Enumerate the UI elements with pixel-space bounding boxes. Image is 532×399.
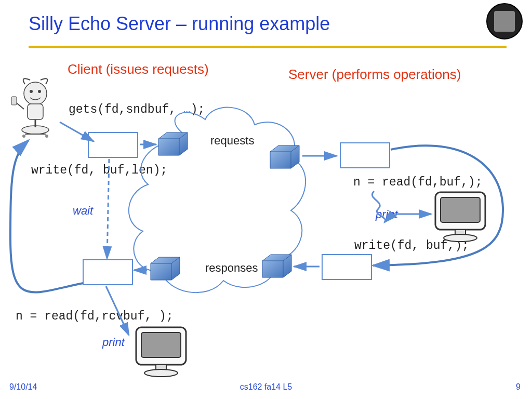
client-character-icon — [9, 78, 61, 140]
svg-rect-3 — [28, 104, 43, 119]
svg-rect-11 — [88, 132, 138, 157]
diagram-svg — [0, 0, 532, 399]
wait-label: wait — [73, 204, 93, 218]
svg-rect-5 — [11, 97, 17, 105]
code-gets: gets(fd,sndbuf, …); — [69, 103, 205, 116]
requests-label: requests — [210, 134, 254, 148]
svg-rect-20 — [141, 332, 181, 357]
code-write-server: write(fd, buf,); — [354, 239, 469, 252]
cube-icon — [270, 145, 299, 168]
svg-point-2 — [38, 90, 41, 93]
svg-point-0 — [24, 82, 47, 105]
responses-label: responses — [205, 261, 258, 275]
footer-date: 9/10/14 — [9, 382, 37, 392]
footer-course: cs162 fa14 L5 — [240, 382, 292, 392]
title-underline — [29, 46, 507, 48]
print-label-server: print — [376, 208, 398, 221]
svg-point-1 — [30, 90, 33, 93]
svg-rect-12 — [340, 143, 390, 168]
monitor-icon — [435, 192, 485, 242]
footer-page-number: 9 — [516, 382, 521, 392]
code-write-client: write(fd, buf,len); — [31, 164, 167, 177]
client-heading: Client (issues requests) — [68, 61, 209, 77]
svg-rect-19 — [136, 327, 186, 365]
print-label-client: print — [102, 336, 125, 349]
cube-icon — [262, 255, 291, 277]
code-read-client: n = read(fd,rcvbuf, ); — [16, 310, 174, 323]
svg-rect-13 — [322, 255, 371, 280]
svg-rect-15 — [435, 192, 485, 230]
university-seal-icon — [486, 3, 523, 39]
svg-rect-17 — [455, 230, 466, 235]
svg-point-22 — [144, 369, 178, 377]
slide-title: Silly Echo Server – running example — [29, 13, 330, 35]
monitor-icon — [136, 327, 186, 377]
svg-point-9 — [22, 135, 25, 138]
server-heading: Server (performs operations) — [288, 66, 461, 83]
cube-icon — [158, 132, 188, 155]
svg-point-10 — [45, 135, 48, 138]
code-read-server: n = read(fd,buf,); — [353, 176, 482, 189]
svg-rect-21 — [156, 365, 166, 370]
svg-rect-14 — [83, 260, 132, 285]
cube-icon — [151, 257, 180, 280]
svg-rect-16 — [441, 197, 480, 222]
